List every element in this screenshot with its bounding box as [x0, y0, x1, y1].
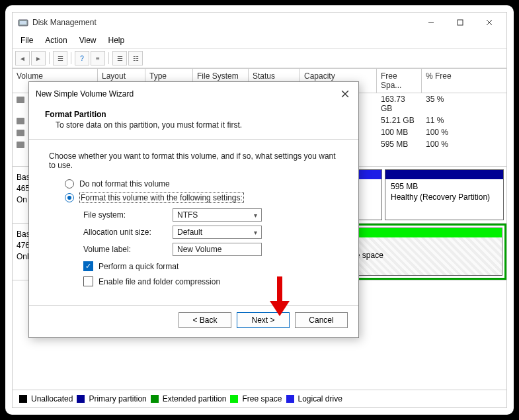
dialog-subheading: To store data on this partition, you mus… — [45, 120, 345, 130]
checkbox-quick-format[interactable]: Perform a quick format — [83, 261, 339, 271]
back-icon[interactable]: ◄ — [15, 51, 30, 65]
label-volume-label: Volume label: — [83, 245, 173, 254]
menu-file[interactable]: File — [15, 34, 38, 47]
radio-icon — [65, 179, 74, 189]
window-title: Disk Management — [32, 18, 413, 27]
forward-icon[interactable]: ► — [31, 51, 46, 65]
partition-status: Healthy (Recovery Partition) — [391, 192, 498, 203]
titlebar: Disk Management — [13, 13, 506, 32]
partition-size: 595 MB — [391, 182, 498, 192]
file-system-select[interactable]: NTFS▾ — [173, 208, 262, 222]
dialog-title: New Simple Volume Wizard — [36, 89, 339, 99]
properties-icon[interactable]: ≡ — [91, 51, 105, 65]
recovery-partition[interactable]: 595 MB Healthy (Recovery Partition) — [385, 169, 504, 220]
menubar: File Action View Help — [13, 32, 506, 48]
swatch-unallocated — [19, 395, 27, 403]
allocation-unit-size-select[interactable]: Default▾ — [173, 226, 262, 239]
chevron-down-icon: ▾ — [254, 212, 257, 219]
dialog-heading: Format Partition — [45, 110, 345, 119]
app-icon — [18, 17, 28, 28]
swatch-primary — [77, 395, 85, 403]
checkbox-enable-compression[interactable]: Enable file and folder compression — [83, 276, 339, 286]
legend: Unallocated Primary partition Extended p… — [13, 390, 506, 407]
col-freespace[interactable]: Free Spa... — [377, 69, 422, 93]
swatch-free — [230, 395, 238, 403]
toolbar: ◄ ► ☰ ? ≡ ☰ ☷ — [13, 48, 506, 68]
free-space-partition[interactable]: Free space — [338, 228, 502, 276]
chevron-down-icon: ▾ — [254, 229, 257, 236]
radio-icon — [65, 193, 74, 202]
free-space-label: Free space — [344, 251, 497, 261]
detail-icon[interactable]: ☷ — [128, 51, 143, 65]
dialog-close-button[interactable] — [339, 87, 352, 101]
menu-help[interactable]: Help — [103, 34, 130, 47]
swatch-logical — [286, 395, 294, 403]
dialog-prompt: Choose whether you want to format this v… — [49, 151, 339, 170]
list-icon[interactable]: ☰ — [112, 51, 127, 65]
swatch-extended — [151, 395, 159, 403]
label-allocation-unit-size: Allocation unit size: — [83, 228, 173, 237]
menu-action[interactable]: Action — [40, 34, 72, 47]
close-button[interactable] — [475, 13, 504, 32]
volume-icon — [17, 118, 24, 124]
maximize-button[interactable] — [446, 13, 475, 32]
svg-rect-3 — [458, 20, 463, 25]
refresh-icon[interactable]: ☰ — [53, 51, 67, 65]
radio-do-not-format[interactable]: Do not format this volume — [65, 179, 339, 189]
volume-label-input[interactable]: New Volume — [173, 243, 262, 256]
volume-icon — [17, 130, 24, 136]
minimize-button[interactable] — [417, 13, 446, 32]
checkbox-icon — [83, 261, 93, 271]
new-simple-volume-wizard-dialog: New Simple Volume Wizard Format Partitio… — [28, 81, 359, 338]
radio-format-with-settings[interactable]: Format this volume with the following se… — [65, 192, 339, 203]
volume-icon — [17, 142, 24, 148]
back-button[interactable]: < Back — [179, 312, 231, 328]
volume-icon — [17, 97, 24, 103]
menu-view[interactable]: View — [74, 34, 102, 47]
col-pctfree[interactable]: % Free — [422, 69, 506, 93]
label-file-system: File system: — [83, 210, 173, 220]
cancel-button[interactable]: Cancel — [295, 312, 348, 328]
checkbox-icon — [83, 276, 93, 286]
next-button[interactable]: Next > — [237, 312, 290, 328]
help-icon[interactable]: ? — [75, 51, 89, 65]
svg-rect-1 — [20, 21, 26, 24]
